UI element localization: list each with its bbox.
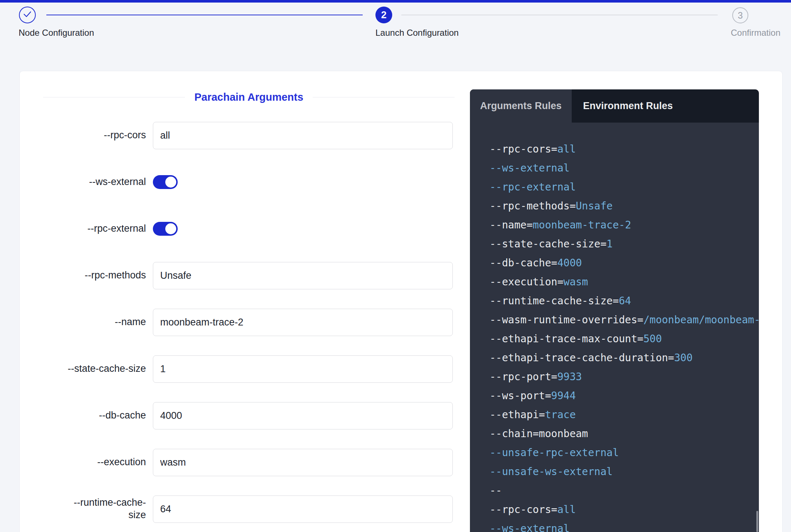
- toggle-knob: [165, 223, 176, 234]
- section-title-row: Parachain Arguments: [43, 91, 455, 103]
- field-label-rpc-methods: --rpc-methods: [43, 269, 146, 282]
- code-value: 4000: [557, 257, 582, 269]
- code-key: --ethapi=: [490, 409, 545, 421]
- field-label-runtime-cache-size: --runtime-cache-size: [43, 497, 146, 521]
- code-value: moonbeam-trace-2: [533, 219, 631, 231]
- section-title: Parachain Arguments: [185, 91, 313, 103]
- code-key: --ethapi-trace-max-count=: [490, 333, 643, 345]
- step-3-number: 3: [738, 10, 743, 21]
- code-value: --ws-external: [490, 162, 570, 174]
- code-value: /moonbeam/moonbeam-: [643, 314, 759, 326]
- stepper-connector-upcoming: [401, 15, 718, 15]
- code-value: 9944: [551, 390, 576, 402]
- code-key: --ethapi-trace-cache-duration=: [490, 352, 674, 364]
- code-key: --: [490, 485, 502, 497]
- code-value: --ws-external: [490, 523, 570, 532]
- code-line: --rpc-methods=Unsafe: [490, 197, 759, 216]
- tab-arguments-rules[interactable]: Arguments Rules: [470, 89, 572, 123]
- tab-environment-rules[interactable]: Environment Rules: [572, 89, 684, 123]
- code-key: --name=: [490, 219, 533, 231]
- code-key: --rpc-port=: [490, 371, 557, 383]
- field-label-rpc-cors: --rpc-cors: [43, 129, 146, 142]
- code-key: --state-cache-size=: [490, 238, 606, 250]
- code-value: all: [557, 143, 576, 155]
- step-1-label: Node Configuration: [19, 28, 94, 38]
- step-2-indicator[interactable]: 2: [375, 7, 392, 23]
- step-1-indicator[interactable]: [19, 7, 36, 23]
- form-row-runtime-cache-size: --runtime-cache-size: [43, 486, 453, 532]
- code-line: --rpc-cors=all: [490, 500, 759, 519]
- code-line: --chain=moonbeam: [490, 424, 759, 443]
- code-value: 9933: [557, 371, 582, 383]
- code-line: --: [490, 481, 759, 500]
- code-line: --state-cache-size=1: [490, 235, 759, 254]
- field-label-line: size: [43, 509, 146, 521]
- code-value: --unsafe-ws-external: [490, 466, 613, 478]
- field-input-execution[interactable]: [153, 449, 453, 476]
- field-input-name[interactable]: [153, 309, 453, 336]
- code-value: 300: [674, 352, 693, 364]
- code-key: --rpc-methods=: [490, 200, 576, 212]
- code-line: --rpc-external: [490, 178, 759, 197]
- code-line: --ws-port=9944: [490, 386, 759, 405]
- code-key: --wasm-runtime-overrides=: [490, 314, 643, 326]
- code-line: --ws-external: [490, 159, 759, 178]
- code-line: --ws-external: [490, 519, 759, 532]
- field-input-state-cache-size[interactable]: [153, 355, 453, 383]
- code-line: --ethapi-trace-max-count=500: [490, 329, 759, 348]
- code-value: wasm: [563, 276, 588, 288]
- field-input-rpc-methods[interactable]: [153, 262, 453, 289]
- title-divider-right: [313, 97, 455, 97]
- code-key: --runtime-cache-size=: [490, 295, 619, 307]
- step-3-indicator[interactable]: 3: [732, 7, 748, 23]
- code-line: --execution=wasm: [490, 273, 759, 292]
- field-label-rpc-external: --rpc-external: [43, 223, 146, 235]
- toggle-rpc-external[interactable]: [153, 222, 178, 236]
- code-value: Unsafe: [576, 200, 613, 212]
- rules-panel: Arguments Rules Environment Rules --rpc-…: [470, 89, 759, 532]
- field-label-line: --runtime-cache-: [43, 497, 146, 509]
- check-icon: [23, 11, 32, 19]
- field-input-runtime-cache-size[interactable]: [153, 496, 453, 523]
- code-line: --runtime-cache-size=64: [490, 292, 759, 311]
- form-row-ws-external: --ws-external: [43, 159, 453, 205]
- form-row-rpc-cors: --rpc-cors: [43, 112, 453, 159]
- field-label-ws-external: --ws-external: [43, 176, 146, 188]
- code-line: --ethapi=trace: [490, 405, 759, 424]
- panel-scrollbar[interactable]: [756, 511, 758, 532]
- field-label-name: --name: [43, 316, 146, 328]
- code-value: --unsafe-rpc-external: [490, 447, 619, 459]
- code-line: --rpc-cors=all: [490, 140, 759, 159]
- code-value: 500: [643, 333, 662, 345]
- form-row-rpc-methods: --rpc-methods: [43, 252, 453, 299]
- top-accent-bar: [0, 0, 791, 3]
- arguments-rules-code: --rpc-cors=all--ws-external--rpc-externa…: [470, 123, 759, 532]
- code-line: --name=moonbeam-trace-2: [490, 216, 759, 235]
- parachain-arguments-form: --rpc-cors--ws-external--rpc-external--r…: [43, 112, 453, 532]
- form-row-execution: --execution: [43, 439, 453, 486]
- field-input-rpc-cors[interactable]: [153, 122, 453, 149]
- field-label-state-cache-size: --state-cache-size: [43, 363, 146, 375]
- field-input-db-cache[interactable]: [153, 402, 453, 429]
- step-2-label: Launch Configuration: [375, 28, 459, 38]
- code-line: --rpc-port=9933: [490, 367, 759, 386]
- code-key: --rpc-cors=: [490, 504, 557, 516]
- code-line: --wasm-runtime-overrides=/moonbeam/moonb…: [490, 311, 759, 329]
- step-3-label: Confirmation: [731, 28, 780, 38]
- code-value: all: [557, 504, 576, 516]
- form-row-rpc-external: --rpc-external: [43, 205, 453, 252]
- code-key: --execution=: [490, 276, 563, 288]
- code-value: 64: [619, 295, 631, 307]
- code-value: 1: [606, 238, 613, 250]
- code-line: --unsafe-rpc-external: [490, 443, 759, 462]
- code-key: --chain=moonbeam: [490, 428, 588, 440]
- form-row-name: --name: [43, 299, 453, 346]
- code-key: --ws-port=: [490, 390, 551, 402]
- toggle-knob: [165, 177, 176, 188]
- title-divider-left: [43, 97, 185, 97]
- code-key: --db-cache=: [490, 257, 557, 269]
- code-line: --db-cache=4000: [490, 254, 759, 273]
- form-row-db-cache: --db-cache: [43, 392, 453, 439]
- toggle-ws-external[interactable]: [153, 175, 178, 189]
- field-label-db-cache: --db-cache: [43, 409, 146, 422]
